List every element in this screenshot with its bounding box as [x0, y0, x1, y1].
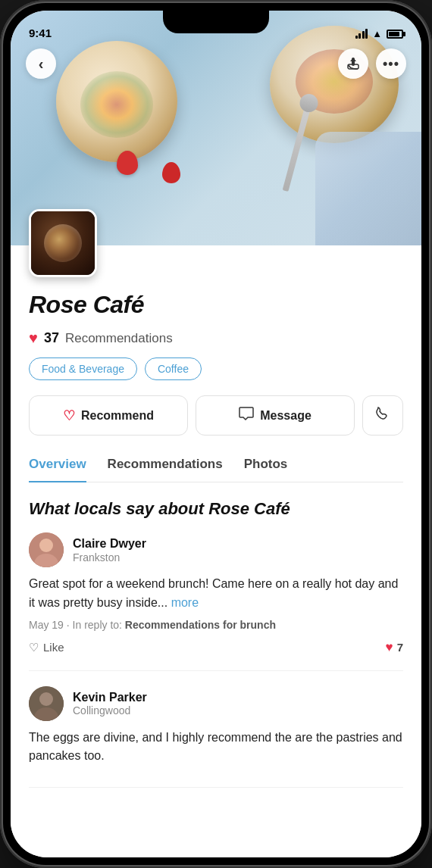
time-display: 9:41 [29, 27, 52, 39]
tag-food-beverage[interactable]: Food & Beverage [29, 358, 137, 380]
cafe-name: Rose Café [29, 291, 403, 319]
review-claire: Claire Dwyer Frankston Great spot for a … [29, 532, 403, 671]
rec-count: 37 [44, 330, 59, 346]
battery-icon [387, 30, 403, 39]
more-icon: ••• [383, 56, 399, 72]
content-area: Rose Café ♥ 37 Recommendations Food & Be… [11, 245, 421, 857]
avatar-kevin-art [29, 686, 64, 721]
review-actions-claire: ♡ Like ♥ 7 [29, 640, 403, 655]
share-button[interactable] [338, 48, 368, 79]
reviewer-name-claire: Claire Dwyer [73, 536, 146, 551]
like-heart-outline-icon: ♡ [29, 641, 39, 654]
tags-row: Food & Beverage Coffee [29, 358, 403, 380]
tag-coffee[interactable]: Coffee [145, 358, 202, 380]
phone-icon [375, 406, 390, 425]
reviewer-row-kevin: Kevin Parker Collingwood [29, 686, 403, 721]
nav-right-buttons: ••• [338, 48, 406, 79]
reviewer-location-kevin: Collingwood [73, 704, 147, 717]
strawberry-decoration-2 [162, 162, 180, 183]
phone-screen: 9:41 ▲ [11, 11, 421, 857]
like-count-claire: ♥ 7 [386, 640, 403, 655]
more-link-claire[interactable]: more [171, 596, 199, 609]
review-meta-claire: May 19 · In reply to: Recommendations fo… [29, 619, 403, 631]
rec-label: Recommendations [65, 331, 173, 346]
reviewer-info-kevin: Kevin Parker Collingwood [73, 690, 147, 717]
message-button[interactable]: Message [196, 395, 355, 436]
tab-recommendations[interactable]: Recommendations [108, 457, 223, 482]
more-button[interactable]: ••• [376, 48, 406, 79]
section-title: What locals say about Rose Café [29, 499, 403, 519]
tab-overview[interactable]: Overview [29, 457, 86, 482]
phone-button[interactable] [362, 395, 403, 436]
reviewer-info-claire: Claire Dwyer Frankston [73, 536, 146, 563]
recommend-heart-icon: ♡ [63, 407, 75, 424]
strawberry-decoration-1 [117, 151, 138, 175]
reviewer-row-claire: Claire Dwyer Frankston [29, 532, 403, 567]
review-text-claire: Great spot for a weekend brunch! Came he… [29, 575, 403, 613]
recommend-label: Recommend [81, 409, 154, 423]
like-button-claire[interactable]: ♡ Like [29, 641, 64, 654]
tabs-row: Overview Recommendations Photos [29, 457, 403, 482]
recommendations-row: ♥ 37 Recommendations [29, 329, 403, 347]
heart-filled-icon: ♥ [29, 329, 38, 347]
heart-count-icon-claire: ♥ [386, 640, 393, 655]
reply-topic-claire: Recommendations for brunch [125, 619, 276, 631]
action-buttons: ♡ Recommend Message [29, 395, 403, 436]
review-kevin: Kevin Parker Collingwood The eggs are di… [29, 686, 403, 788]
review-text-kevin: The eggs are divine, and I highly recomm… [29, 729, 403, 767]
avatar-kevin [29, 686, 64, 721]
svg-marker-1 [350, 58, 356, 61]
content-inner: Rose Café ♥ 37 Recommendations Food & Be… [11, 245, 421, 826]
reviewer-location-claire: Frankston [73, 551, 146, 564]
share-icon [346, 57, 360, 70]
avatar-claire-art [29, 532, 64, 567]
coffee-logo-art [31, 211, 95, 275]
recommend-button[interactable]: ♡ Recommend [29, 395, 188, 436]
avatar-claire [29, 532, 64, 567]
cafe-logo [29, 209, 97, 277]
notch [163, 11, 269, 33]
cloth-decoration [315, 132, 421, 245]
phone-frame: 9:41 ▲ [0, 0, 432, 868]
reviewer-name-kevin: Kevin Parker [73, 690, 147, 704]
back-icon: ‹ [39, 55, 44, 73]
svg-point-4 [39, 539, 53, 552]
top-nav: ‹ ••• [11, 44, 421, 83]
signal-icon [355, 29, 368, 39]
message-icon [239, 406, 254, 425]
svg-point-7 [39, 692, 53, 706]
message-label: Message [260, 409, 311, 423]
tab-photos[interactable]: Photos [244, 457, 288, 482]
status-icons: ▲ [355, 28, 403, 39]
back-button[interactable]: ‹ [26, 48, 56, 79]
wifi-icon: ▲ [372, 28, 382, 39]
